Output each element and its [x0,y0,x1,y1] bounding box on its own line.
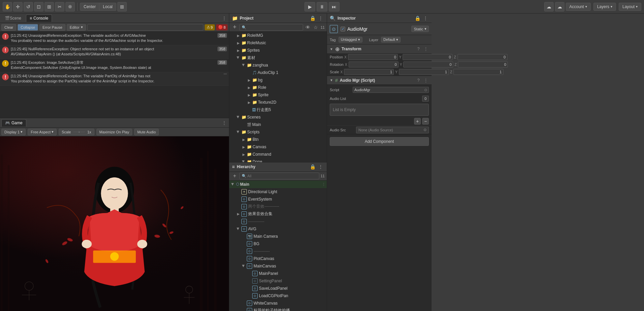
collapse-btn[interactable]: Collapse [18,24,38,31]
tab-scene[interactable]: 🎬 Scene [1,15,25,22]
tree-item-Texture2D[interactable]: ▶ 📁 Texture2D [229,99,327,106]
console-search-input[interactable] [87,24,203,31]
game-panel-menu[interactable]: ⋮ [221,121,228,125]
error-pause-btn[interactable]: Error Pause [39,24,65,31]
maximize-btn[interactable]: Maximize On Play [96,129,133,135]
hier-item-SaveLoadPanel[interactable]: ▶ ⊙ SaveLoadPanel [229,285,327,292]
hier-item-particles[interactable]: ▶ ⊙ 标题的粒子特效的播 [229,307,327,311]
static-dropdown[interactable]: Static ▾ [411,26,429,32]
scl-x-input[interactable] [344,69,394,75]
add-component-btn[interactable]: Add Component [330,137,429,146]
tree-item-material[interactable]: ▶ 📁 素材 [229,54,327,61]
rot-x-input[interactable] [349,61,399,68]
play-button[interactable]: ▶ [304,2,315,11]
aspect-btn[interactable]: Free Aspect ▾ [28,129,57,135]
step-button[interactable]: ⏭ [329,2,340,11]
project-star-btn[interactable]: ☆ [313,24,319,31]
hier-item-EventSystem[interactable]: ▶ ⊙ EventSystem [229,196,327,203]
hier-item-MainPanel[interactable]: ▶ ⊙ MainPanel [229,270,327,277]
collab-btn[interactable]: ☁ [544,2,554,11]
tree-item-zanghua[interactable]: ▶ 📁 zanghua [229,61,327,69]
hierarchy-lock-btn[interactable]: 🔒 [309,163,316,170]
tree-item-Sprite[interactable]: ▶ 📁 Sprite [229,91,327,99]
rect-tool-btn[interactable]: ⊞ [45,2,54,11]
project-lock-btn[interactable]: 🔒 [309,15,316,22]
tree-item-Done[interactable]: ▶ 📁 Done [229,158,327,162]
display-btn[interactable]: Display 1 ▾ [1,129,26,135]
tree-item-Btn[interactable]: ▶ 📁 Btn [229,136,327,143]
tab-console[interactable]: ≡ Console [26,15,52,22]
project-eye-btn[interactable]: 👁 [304,24,311,31]
project-menu-btn[interactable]: ⋮ [317,15,324,22]
hierarchy-search-input[interactable] [239,173,319,179]
rot-y-input[interactable] [403,61,453,68]
pos-z-input[interactable] [458,54,507,60]
console-panel-menu[interactable]: ⋮ [221,16,228,21]
layer-dropdown[interactable]: Default ▾ [381,37,401,43]
script-section-header[interactable]: ▼ # Audio Mgr (Script) ? ⋮ [327,76,432,85]
move-tool-btn[interactable]: ✛ [13,2,23,11]
script-overflow-btn[interactable]: ⋮ [423,77,429,83]
hier-item-PlotCanvas[interactable]: ▶ ⊙ PlotCanvas [229,255,327,262]
inspector-lock-btn[interactable]: 🔒 [414,15,421,22]
transform-section-header[interactable]: ▼ ⊕ Transform ? ⋮ [327,45,432,53]
custom-tool-btn[interactable]: ❊ [65,2,75,11]
transform-overflow-btn[interactable]: ⋮ [423,46,429,52]
layers-btn[interactable]: Layers ▾ [593,3,616,11]
hier-item-Main[interactable]: ▶ ⬡ Main ⋮ [229,181,327,188]
project-search-input[interactable] [239,24,303,31]
hier-item-MainCanvas[interactable]: ▶ ⊙ MainCanvas [229,262,327,270]
hierarchy-add-btn[interactable]: + [231,173,238,179]
transform-help-btn[interactable]: ? [415,46,421,52]
console-entry-2[interactable]: ! [11:25:45] Exception: Image.SetActive(… [0,59,229,72]
tree-item-RoleMusic[interactable]: ▶ 📁 RoleMusic [229,39,327,47]
editor-dropdown[interactable]: Editor ▾ [67,24,86,31]
tree-item-walkmap5[interactable]: ▶ 🖼 行走图5 [229,106,327,113]
project-add-btn[interactable]: + [231,24,238,31]
pos-x-input[interactable] [348,54,398,60]
center-btn[interactable]: Center [80,3,99,10]
tree-item-Scenes[interactable]: ▶ 📁 Scenes [229,113,327,121]
hier-item-MainCamera[interactable]: ▶ 📷 Main Camera [229,233,327,240]
tree-item-AudioClip1[interactable]: ▶ 🎵 AudioClip 1 [229,69,327,76]
rotate-tool-btn[interactable]: ↺ [24,2,33,11]
console-entry-0[interactable]: ! [11:25:41] UnassignedReferenceExceptio… [0,32,229,45]
services-btn[interactable]: ☁ [555,2,564,11]
hier-item-SettingPanel[interactable]: ▶ ⊙ SettingPanel [229,277,327,285]
hier-item-WhiteCanvas[interactable]: ▶ ⊙ WhiteCanvas [229,300,327,307]
pause-button[interactable]: ⏸ [317,2,327,11]
hand-tool-btn[interactable]: ✋ [3,2,12,11]
tree-item-Role[interactable]: ▶ 📁 Role [229,84,327,91]
hier-item-DirLight[interactable]: ▶ ☀ Directional Light [229,188,327,196]
grid-btn[interactable]: ⊞ [117,2,127,11]
local-btn[interactable]: Local [99,3,116,10]
transform-tool-btn[interactable]: ✂ [55,2,64,11]
tree-item-MainScene[interactable]: ▶ 🎬 Main [229,121,327,128]
audio-list-add-btn[interactable]: + [414,118,421,125]
scale-tool-btn[interactable]: ⊡ [34,2,43,11]
audio-list-remove-btn[interactable]: − [422,118,429,125]
script-help-btn[interactable]: ? [415,77,421,83]
account-btn[interactable]: Account ▾ [566,3,591,11]
tab-game[interactable]: 🎮 Game [1,119,26,127]
tag-dropdown[interactable]: Untagged ▾ [339,37,362,43]
scl-z-input[interactable] [453,69,503,75]
clear-btn[interactable]: Clear [1,24,16,31]
obj-active-checkbox[interactable] [341,27,345,31]
tree-item-bg[interactable]: ▶ 📁 bg [229,76,327,84]
script-value-field[interactable]: AudioMgr ⊙ [353,87,429,93]
inspector-menu-btn[interactable]: ⋮ [422,15,429,22]
pos-y-input[interactable] [403,54,452,60]
tree-item-Command[interactable]: ▶ 📁 Command [229,151,327,158]
hier-item-LoadCGPlotPan[interactable]: ▶ ⊙ LoadCGPlotPan [229,292,327,300]
audio-src-value[interactable]: None (Audio Source) ⊙ [356,127,429,133]
console-entry-1[interactable]: ! [11:25:45] NullReferenceException: Obj… [0,45,229,59]
hier-item-BG[interactable]: ▶ ⊙ BG [229,240,327,248]
mute-btn[interactable]: Mute Audio [134,129,159,135]
console-entry-3[interactable]: ! [11:25:44] UnassignedReferenceExceptio… [0,72,229,86]
layout-btn[interactable]: Layout ▾ [619,3,641,11]
tree-item-Sprites[interactable]: ▶ 📁 Sprites [229,47,327,54]
hier-item-AVG[interactable]: ▶ ⊙ AVG [229,225,327,233]
scl-y-input[interactable] [399,69,449,75]
tree-item-Canvas[interactable]: ▶ 📁 Canvas [229,143,327,151]
